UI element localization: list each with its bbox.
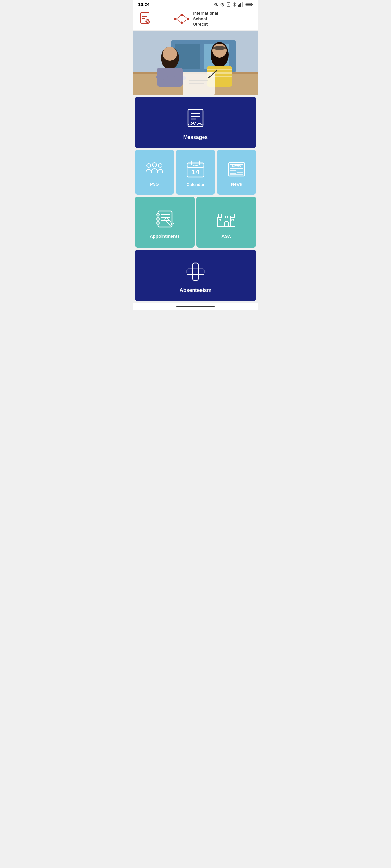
asa-tile[interactable]: ASA (196, 196, 256, 248)
appointments-icon (153, 208, 176, 229)
messages-tile[interactable]: Messages (135, 97, 256, 148)
school-logo-graphic (173, 12, 190, 25)
svg-point-54 (213, 46, 226, 50)
svg-text:NEWS: NEWS (232, 165, 241, 168)
svg-line-36 (183, 20, 187, 23)
status-icons: N (214, 2, 253, 7)
appointments-tile[interactable]: Appointments (135, 196, 195, 248)
school-name-text: International School Utrecht (193, 11, 218, 27)
svg-rect-101 (219, 219, 221, 221)
calendar-tile[interactable]: FEB 14 Calendar (176, 150, 215, 195)
bluetooth-icon (232, 2, 236, 7)
svg-point-32 (187, 18, 189, 20)
svg-rect-98 (218, 217, 222, 226)
svg-point-49 (213, 43, 227, 58)
news-icon: NEWS (227, 160, 246, 178)
calendar-label: Calendar (187, 182, 204, 187)
svg-rect-9 (239, 4, 240, 7)
svg-text:FEB: FEB (193, 164, 198, 167)
svg-rect-23 (145, 21, 146, 22)
psg-label: PSG (150, 182, 159, 187)
header: International School Utrecht (133, 8, 258, 31)
absenteeism-label: Absenteeism (179, 287, 212, 293)
tile-row-psg-calendar-news: PSG FEB 14 (135, 150, 256, 195)
status-bar: 13:24 N (133, 0, 258, 8)
news-tile[interactable]: NEWS News (217, 150, 256, 195)
svg-rect-51 (207, 69, 232, 70)
alarm-icon (220, 2, 225, 7)
svg-point-68 (147, 163, 150, 167)
svg-rect-24 (149, 21, 150, 22)
svg-line-3 (222, 5, 223, 5)
messages-label: Messages (183, 134, 208, 140)
svg-point-66 (193, 122, 194, 123)
status-time: 13:24 (138, 2, 150, 7)
hero-image: Welcome in the International School Utre… (133, 31, 258, 95)
svg-rect-102 (232, 219, 234, 221)
svg-text:14: 14 (192, 168, 200, 176)
psg-tile[interactable]: PSG (135, 150, 174, 195)
svg-rect-14 (246, 3, 251, 6)
svg-point-31 (181, 22, 183, 24)
svg-rect-99 (230, 217, 235, 226)
asa-icon (215, 208, 238, 229)
home-bar (176, 306, 215, 307)
asa-label: ASA (221, 234, 231, 239)
svg-line-5 (224, 3, 224, 3)
svg-point-44 (163, 47, 177, 61)
svg-line-4 (221, 3, 221, 3)
svg-rect-13 (252, 4, 253, 5)
calendar-icon: FEB 14 (186, 160, 205, 178)
tile-row-appointments-asa: Appointments (135, 196, 256, 248)
psg-icon (145, 160, 164, 178)
phone-frame: 13:24 N (133, 0, 258, 310)
hero-illustration (133, 31, 258, 95)
absenteeism-tile[interactable]: Absenteeism (135, 250, 256, 301)
svg-line-35 (183, 15, 187, 19)
svg-rect-22 (147, 23, 148, 24)
svg-rect-103 (193, 263, 198, 280)
svg-rect-100 (222, 218, 230, 226)
svg-rect-10 (240, 3, 241, 7)
news-label: News (231, 182, 242, 187)
svg-rect-11 (242, 2, 243, 7)
svg-text:N: N (227, 4, 229, 6)
svg-point-69 (152, 163, 157, 167)
app-icon (138, 11, 152, 27)
svg-point-67 (195, 122, 196, 123)
svg-rect-21 (147, 19, 148, 20)
svg-point-29 (174, 18, 176, 20)
svg-rect-80 (230, 170, 236, 174)
main-content: Messages (133, 95, 258, 303)
home-indicator (133, 303, 258, 310)
signal-icon (238, 2, 244, 7)
svg-point-46 (156, 74, 168, 80)
mute-icon (214, 2, 219, 7)
nfc-icon: N (226, 2, 231, 7)
svg-rect-92 (165, 218, 172, 226)
svg-line-34 (176, 19, 181, 22)
svg-point-65 (191, 122, 192, 123)
battery-icon (245, 2, 253, 7)
svg-rect-104 (187, 269, 204, 275)
school-logo: International School Utrecht (173, 11, 218, 27)
absenteeism-icon (184, 260, 207, 283)
svg-rect-8 (238, 5, 239, 7)
svg-point-30 (181, 14, 183, 16)
svg-point-70 (158, 163, 162, 167)
appointments-label: Appointments (150, 234, 180, 239)
svg-line-33 (176, 16, 181, 19)
messages-icon (184, 107, 207, 130)
